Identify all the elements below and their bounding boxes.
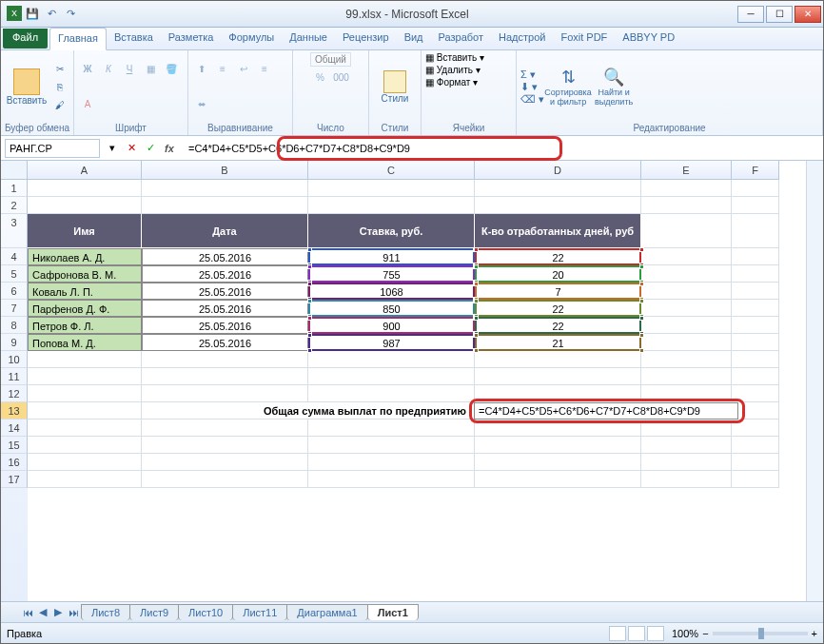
- cell[interactable]: [475, 454, 641, 471]
- column-header[interactable]: E: [641, 161, 732, 180]
- table-cell-date[interactable]: 25.05.2016: [142, 265, 308, 283]
- table-cell-days[interactable]: 22: [475, 248, 641, 265]
- cell[interactable]: [28, 471, 142, 488]
- cell[interactable]: [732, 214, 779, 248]
- minimize-button[interactable]: ─: [737, 6, 764, 23]
- cell[interactable]: [28, 437, 142, 454]
- cell-editor[interactable]: =C4*D4+C5*D5+C6*D6+C7*D7+C8*D8+C9*D9: [469, 399, 745, 423]
- cell[interactable]: [732, 437, 779, 454]
- cell[interactable]: [732, 368, 779, 385]
- styles-button[interactable]: Стили: [373, 55, 417, 118]
- align-mid-icon[interactable]: ≡: [213, 61, 232, 78]
- format-cells-button[interactable]: ▦ Формат ▾: [425, 77, 478, 88]
- sheet-tab[interactable]: Лист9: [129, 604, 179, 620]
- cell[interactable]: [641, 454, 732, 471]
- cell[interactable]: [641, 334, 732, 351]
- cell[interactable]: [28, 197, 142, 214]
- tab-data[interactable]: Данные: [282, 28, 335, 49]
- percent-icon[interactable]: %: [311, 68, 330, 86]
- column-header[interactable]: A: [28, 161, 142, 180]
- row-header[interactable]: 16: [1, 454, 28, 471]
- fill-down-icon[interactable]: ⬇ ▾: [520, 81, 544, 93]
- tab-view[interactable]: Вид: [397, 28, 431, 49]
- cell[interactable]: [142, 351, 308, 368]
- column-header[interactable]: D: [475, 161, 641, 180]
- row-header[interactable]: 12: [1, 385, 28, 402]
- cell[interactable]: [732, 248, 779, 265]
- cell[interactable]: [641, 437, 732, 454]
- cell[interactable]: [308, 471, 475, 488]
- spreadsheet-grid[interactable]: ИмяДатаСтавка, руб.К-во отработанных дне…: [28, 180, 779, 601]
- table-header[interactable]: Ставка, руб.: [308, 214, 475, 248]
- cell[interactable]: [308, 368, 475, 385]
- cell[interactable]: [732, 334, 779, 351]
- name-box[interactable]: [5, 139, 100, 158]
- underline-icon[interactable]: Ч: [120, 61, 139, 78]
- cell[interactable]: [732, 265, 779, 283]
- cell[interactable]: [28, 351, 142, 368]
- copy-icon[interactable]: ⎘: [50, 78, 69, 95]
- cell[interactable]: [308, 454, 475, 471]
- cell[interactable]: [641, 180, 732, 197]
- tab-review[interactable]: Рецензир: [335, 28, 397, 49]
- table-cell-name[interactable]: Николаев А. Д.: [28, 248, 142, 265]
- row-header[interactable]: 1: [1, 180, 28, 197]
- format-painter-icon[interactable]: 🖌: [50, 96, 69, 113]
- tab-addins[interactable]: Надстрой: [491, 28, 553, 49]
- border-icon[interactable]: ▦: [141, 61, 160, 78]
- row-header[interactable]: 9: [1, 334, 28, 351]
- row-header[interactable]: 15: [1, 437, 28, 454]
- table-cell-rate[interactable]: 900: [308, 317, 475, 334]
- cell[interactable]: [475, 471, 641, 488]
- cell[interactable]: [142, 437, 308, 454]
- cell[interactable]: [641, 351, 732, 368]
- cell[interactable]: [641, 300, 732, 317]
- save-icon[interactable]: 💾: [24, 6, 41, 23]
- table-cell-days[interactable]: 20: [475, 265, 641, 283]
- merge-icon[interactable]: ⬌: [192, 96, 211, 113]
- cell[interactable]: [641, 471, 732, 488]
- cell[interactable]: [308, 180, 475, 197]
- tab-layout[interactable]: Разметка: [161, 28, 222, 49]
- tab-file[interactable]: Файл: [3, 29, 48, 49]
- row-header[interactable]: 2: [1, 197, 28, 214]
- table-cell-date[interactable]: 25.05.2016: [142, 334, 308, 351]
- row-header[interactable]: 6: [1, 283, 28, 300]
- cell[interactable]: [142, 420, 308, 437]
- close-button[interactable]: ✕: [795, 6, 821, 23]
- cell[interactable]: [308, 420, 475, 437]
- column-header[interactable]: F: [732, 161, 779, 180]
- row-header[interactable]: 13: [1, 402, 28, 420]
- maximize-button[interactable]: ☐: [766, 6, 793, 23]
- tab-foxit[interactable]: Foxit PDF: [553, 28, 615, 49]
- cell[interactable]: [732, 317, 779, 334]
- align-top-icon[interactable]: ⬆: [192, 61, 211, 78]
- table-cell-name[interactable]: Попова М. Д.: [28, 334, 142, 351]
- zoom-slider[interactable]: [713, 632, 808, 635]
- view-layout-icon[interactable]: [628, 626, 645, 641]
- comma-icon[interactable]: 000: [332, 68, 351, 86]
- enter-icon[interactable]: ✓: [142, 140, 159, 157]
- tab-nav-last[interactable]: ⏭: [66, 607, 81, 618]
- view-normal-icon[interactable]: [609, 626, 626, 641]
- cell[interactable]: [28, 420, 142, 437]
- table-cell-date[interactable]: 25.05.2016: [142, 317, 308, 334]
- sheet-tab[interactable]: Диаграмма1: [286, 604, 367, 620]
- cell[interactable]: [28, 454, 142, 471]
- table-cell-days[interactable]: 22: [475, 317, 641, 334]
- table-header[interactable]: Дата: [142, 214, 308, 248]
- row-header[interactable]: 5: [1, 265, 28, 283]
- cell[interactable]: [732, 197, 779, 214]
- paste-button[interactable]: Вставить: [5, 55, 49, 118]
- italic-icon[interactable]: К: [99, 61, 118, 78]
- table-cell-name[interactable]: Петров Ф. Л.: [28, 317, 142, 334]
- row-header[interactable]: 10: [1, 351, 28, 368]
- cell[interactable]: [308, 351, 475, 368]
- table-cell-name[interactable]: Коваль Л. П.: [28, 283, 142, 300]
- row-header[interactable]: 14: [1, 420, 28, 437]
- cell[interactable]: [308, 385, 475, 402]
- fill-icon[interactable]: 🪣: [162, 61, 181, 78]
- redo-icon[interactable]: ↷: [62, 6, 79, 23]
- row-header[interactable]: 3: [1, 214, 28, 248]
- table-header[interactable]: К-во отработанных дней, руб: [475, 214, 641, 248]
